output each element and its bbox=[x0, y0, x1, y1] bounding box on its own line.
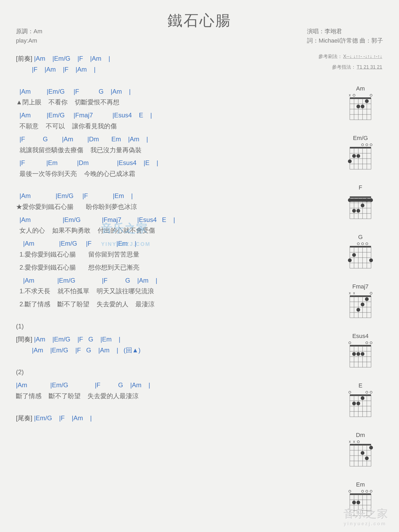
svg-point-141 bbox=[357, 441, 359, 443]
svg-point-16 bbox=[365, 99, 369, 103]
svg-point-142 bbox=[361, 451, 364, 455]
svg-rect-73 bbox=[350, 295, 371, 297]
chord-diagram-label: Fmaj7 bbox=[338, 283, 383, 290]
svg-point-105 bbox=[356, 352, 360, 356]
chord-diagram-f: F bbox=[338, 184, 383, 221]
svg-text:x: x bbox=[353, 291, 355, 295]
svg-text:x: x bbox=[353, 440, 355, 444]
svg-point-159 bbox=[356, 501, 360, 504]
chorus-section: |Am |Em/G |F |Em | ★愛你愛到鐵石心腸 盼你盼到夢也冰涼 |A… bbox=[16, 191, 295, 310]
svg-point-14 bbox=[356, 105, 360, 108]
strum-reference: 參考刷法：X--↓ ↓↑↑- -↓↑↓ ↑-↑↓ bbox=[318, 53, 383, 60]
svg-point-35 bbox=[370, 144, 372, 146]
svg-point-160 bbox=[361, 490, 364, 492]
svg-point-53 bbox=[365, 198, 369, 202]
play-key: play:Am bbox=[16, 36, 42, 45]
svg-point-107 bbox=[366, 342, 368, 344]
outro-label: [尾奏] bbox=[16, 414, 32, 422]
svg-point-72 bbox=[369, 258, 373, 262]
svg-point-157 bbox=[349, 490, 351, 492]
chord-diagram-esus4: Esus4 bbox=[338, 333, 383, 370]
svg-point-15 bbox=[361, 105, 364, 108]
svg-point-31 bbox=[352, 154, 356, 158]
svg-text:x: x bbox=[349, 93, 351, 97]
svg-point-104 bbox=[352, 352, 356, 356]
outro-section: [尾奏] |Em/G |F |Am | bbox=[16, 413, 295, 424]
svg-rect-18 bbox=[350, 147, 371, 149]
svg-point-50 bbox=[352, 209, 356, 213]
svg-point-54 bbox=[369, 198, 373, 202]
interlude-section: (1) [間奏] |Am |Em/G |F G |Em | |Am |Em/G … bbox=[16, 321, 295, 356]
svg-point-121 bbox=[349, 391, 351, 393]
svg-text:x: x bbox=[349, 291, 351, 295]
svg-point-106 bbox=[361, 352, 364, 356]
svg-point-69 bbox=[357, 243, 359, 245]
chord-diagram-column: AmxEm/GFGFmaj7xxEsus4EDmxxEm bbox=[338, 85, 383, 531]
svg-point-143 bbox=[365, 456, 369, 460]
svg-point-126 bbox=[370, 391, 372, 393]
svg-point-71 bbox=[366, 243, 368, 245]
interlude-label: [間奏] bbox=[16, 336, 32, 343]
chord-diagram-label: Esus4 bbox=[338, 333, 383, 340]
svg-point-51 bbox=[356, 209, 360, 213]
svg-point-161 bbox=[366, 490, 368, 492]
meta-right: 演唱：李翊君 詞：Michael/許常德 曲：郭子 bbox=[307, 27, 383, 45]
lyrics-body: [前奏] |Am |Em/G |F |Am | |F |Am |F |Am | … bbox=[16, 53, 295, 435]
chord-diagram-dm: Dmxx bbox=[338, 432, 383, 469]
chord-diagram-label: Em bbox=[338, 481, 383, 488]
svg-point-17 bbox=[370, 94, 372, 96]
chord-diagram-g: G bbox=[338, 234, 383, 271]
chord-diagram-em-g: Em/G bbox=[338, 135, 383, 172]
svg-point-125 bbox=[366, 391, 368, 393]
svg-point-68 bbox=[352, 253, 356, 257]
svg-point-13 bbox=[353, 94, 355, 96]
chord-diagram-label: G bbox=[338, 234, 383, 241]
repeat-tag-2: (2) bbox=[16, 367, 295, 378]
svg-rect-145 bbox=[350, 493, 371, 495]
svg-rect-127 bbox=[350, 444, 371, 446]
chord-diagram-label: Dm bbox=[338, 432, 383, 439]
svg-point-123 bbox=[356, 402, 360, 405]
svg-point-33 bbox=[361, 144, 364, 146]
svg-text:x: x bbox=[349, 440, 351, 444]
svg-point-103 bbox=[349, 342, 351, 344]
credits: 詞：Michael/許常德 曲：郭子 bbox=[307, 36, 383, 45]
chord-diagram-fmaj7: Fmaj7xx bbox=[338, 283, 383, 320]
verse-section: |Am |Em/G |F G |Am | ▲閉上眼 不看你 切斷愛恨不再想 |A… bbox=[16, 86, 295, 179]
svg-point-34 bbox=[366, 144, 368, 146]
meta-left: 原調：Am play:Am bbox=[16, 27, 42, 45]
intro-label: [前奏] bbox=[16, 55, 32, 62]
svg-point-124 bbox=[361, 396, 364, 400]
svg-rect-91 bbox=[350, 345, 371, 347]
svg-point-90 bbox=[370, 292, 372, 294]
svg-point-108 bbox=[370, 342, 372, 344]
svg-point-122 bbox=[352, 402, 356, 405]
chord-diagram-e: E bbox=[338, 382, 383, 419]
svg-rect-109 bbox=[350, 394, 371, 396]
chord-diagram-label: Em/G bbox=[338, 135, 383, 142]
svg-point-67 bbox=[348, 258, 352, 262]
svg-rect-55 bbox=[350, 246, 371, 248]
svg-point-162 bbox=[370, 490, 372, 492]
svg-point-144 bbox=[369, 446, 373, 449]
svg-point-30 bbox=[348, 159, 352, 163]
svg-point-87 bbox=[356, 308, 360, 312]
chord-diagram-label: Am bbox=[338, 85, 383, 92]
picking-reference: 參考指法：T1 21 31 21 bbox=[332, 64, 383, 70]
intro-section: [前奏] |Am |Em/G |F |Am | |F |Am |F |Am | bbox=[16, 53, 295, 75]
svg-rect-36 bbox=[350, 196, 371, 198]
svg-point-52 bbox=[361, 204, 364, 207]
svg-point-32 bbox=[356, 154, 360, 158]
watermark-corner: 音乐之家 yinyuezj.com bbox=[344, 506, 388, 527]
svg-point-70 bbox=[361, 243, 364, 245]
original-key: 原調：Am bbox=[16, 27, 42, 36]
svg-point-89 bbox=[365, 297, 369, 301]
singer: 演唱：李翊君 bbox=[307, 27, 383, 36]
ending-section: (2) |Am |Em/G |F G |Am | 斷了情感 斷不了盼望 失去愛的… bbox=[16, 367, 295, 401]
svg-rect-0 bbox=[350, 97, 371, 99]
chord-diagram-label: E bbox=[338, 382, 383, 389]
svg-point-88 bbox=[361, 303, 364, 306]
svg-point-49 bbox=[348, 198, 352, 202]
repeat-tag-1: (1) bbox=[16, 321, 295, 332]
chord-sheet-page: 鐵石心腸 原調：Am play:Am 演唱：李翊君 詞：Michael/許常德 … bbox=[0, 0, 399, 532]
